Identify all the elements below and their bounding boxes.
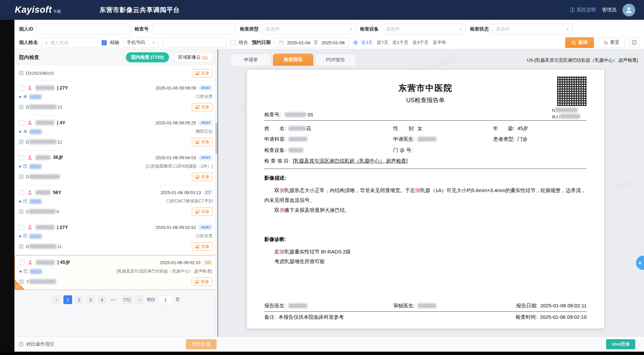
tab-pdf-report[interactable]: PDF报告 (315, 54, 356, 66)
patient-name-group: 病人姓名 (19, 37, 98, 48)
goto-page-input[interactable] (158, 295, 173, 304)
patient-name-input[interactable] (41, 37, 98, 48)
sex-value: 女 (418, 125, 423, 131)
patient-row-1: 姓 名:花 性 别:女 年 龄:45岁 (264, 123, 587, 134)
page-button-3[interactable]: 3 (86, 295, 95, 304)
accession-number: 04 (26, 209, 59, 214)
item-checkbox[interactable] (19, 225, 24, 230)
item-checkbox[interactable] (19, 85, 24, 91)
image-button-label: 图像 (201, 174, 209, 180)
list-item[interactable]: | 27Y 2025-01-06 09:02:52 XRAY 已 口腔全景 D1… (14, 220, 217, 255)
exam-type-group: 检查类型 请选择 (240, 24, 356, 35)
chevron-down-icon (460, 28, 462, 30)
prev-page-button[interactable]: ‹ (52, 295, 61, 304)
list-item[interactable]: 56Y 2025-01-06 09:03:13 CT 已 口腔CBCT锥形束CT… (14, 185, 217, 220)
phone-input[interactable] (163, 37, 226, 48)
search-filter-bar: 病人ID 检查号 检查类型 请选择 检查设备 请选择 (14, 20, 644, 49)
image-button[interactable]: 图像 (192, 103, 213, 111)
status-text: 未 (23, 94, 28, 100)
system-help-link[interactable]: 系统说明 (570, 7, 596, 13)
image-button[interactable]: 图像 (192, 242, 213, 251)
collapse-chevrons-icon: « (638, 259, 641, 266)
list-item-selected[interactable]: | 45岁 2025-01-06 09:02:10 US 已 [乳腺及其引流区淋… (14, 255, 217, 290)
image-button[interactable]: 图像 (192, 173, 213, 181)
report-footer: 报告医生: 审核医生: 报告日期:2025-01-06 09:02:11 备注:… (264, 303, 587, 320)
image-button[interactable]: 图像 (192, 69, 213, 77)
reset-button[interactable]: ↻ 重置 (598, 37, 625, 48)
tab-internal-exams[interactable]: 院内检查 (7720) (126, 52, 169, 62)
image-button-label: 图像 (201, 104, 209, 110)
exam-type-select[interactable]: 请选择 (262, 24, 356, 35)
list-item[interactable]: 36岁 2025-01-06 09:04:03 XRAY 已 [口腔曲面断层,口… (14, 151, 217, 185)
status-select[interactable]: 请选择 (492, 24, 573, 35)
multi-image-icon (16, 285, 19, 288)
list-item[interactable]: | 27Y 2025-01-06 09:06:09 XRAY 未 口腔全景 D1… (14, 81, 217, 116)
next-page-button[interactable]: › (135, 295, 144, 304)
diag-section-title: 影像诊断: (264, 236, 587, 243)
page-button-last[interactable]: 772 (121, 295, 132, 304)
study-datetime: 2025-01-06 09:02:10 (160, 260, 201, 265)
combo-checkbox[interactable] (230, 40, 235, 45)
dept-redacted (288, 137, 307, 141)
date-range-picker[interactable]: 2025-01-04 至 2025-01-06 (275, 37, 349, 48)
study-datetime: 2025-01-06 09:04:03 (156, 155, 196, 160)
ellipsis-icon[interactable]: ••• (109, 295, 119, 304)
search-button[interactable]: 查询 (565, 37, 594, 48)
tab-request-form[interactable]: 申请单 (231, 54, 271, 66)
date-to: 2025-01-06 (322, 40, 345, 45)
tab-regional-cloud[interactable]: 区域影像云 (1) (172, 52, 213, 62)
quick-filter-6m[interactable]: 近半年 (433, 40, 446, 46)
page-button-1[interactable]: 1 (63, 295, 72, 304)
image-button[interactable]: 图像 (192, 278, 212, 286)
study-description: [口腔曲面断层,口腔X线摄影（DR）] (146, 164, 213, 169)
accession-number: D13 (26, 105, 62, 110)
page-button-2[interactable]: 2 (75, 295, 84, 304)
device-select[interactable]: 请选择 (382, 24, 466, 35)
item-checkbox[interactable] (19, 260, 24, 265)
item-checkbox[interactable] (19, 190, 24, 195)
exam-no-input[interactable] (152, 24, 236, 35)
item-checkbox[interactable] (19, 120, 24, 125)
image-button-label: 图像 (201, 209, 209, 215)
reset-icon: ↻ (604, 40, 608, 45)
exact-checkbox[interactable]: ✓ (102, 40, 107, 45)
list-scrollbar[interactable] (215, 49, 218, 337)
patient-avatar-icon (27, 120, 33, 126)
compare-images-button[interactable]: 对比影像 (186, 339, 217, 349)
status-placeholder: 请选择 (496, 26, 509, 32)
scrollbar-thumb[interactable] (215, 123, 218, 154)
quick-filter-1m[interactable]: 近1个月 (392, 40, 409, 46)
image-button[interactable]: 图像 (192, 138, 213, 146)
sex-label: 性 别: (393, 125, 415, 131)
item-checkbox[interactable] (19, 155, 24, 160)
patient-age: | 27Y (57, 85, 68, 91)
quick-filter-3d[interactable]: 近3天 (353, 40, 373, 46)
exam-time-label: 检查时间: (516, 314, 537, 320)
patient-row-3: 检查设备: 门 诊 号: (264, 145, 587, 156)
quick-filter-3m[interactable]: 近3个月 (413, 40, 429, 46)
quick-filter-7d[interactable]: 近7天 (377, 40, 388, 46)
date-label: 预约日期 (252, 40, 271, 46)
web-image-button[interactable]: Web图像 (606, 339, 635, 349)
patient-id-input[interactable] (37, 24, 130, 35)
layout-toggle-button[interactable] (629, 38, 639, 48)
accession-redacted (30, 244, 56, 249)
image-button[interactable]: 图像 (192, 208, 213, 216)
accession-icon (19, 140, 23, 144)
app-window: Kayisoft 卡易 东营市影像云共享调阅平台 系统说明 管理员 病人ID (0, 0, 644, 355)
patient-name-label: 病人姓名 (19, 40, 38, 46)
accession-redacted (30, 174, 60, 179)
compare-guide-link[interactable]: 对比操作指引 (18, 341, 54, 347)
page-button-4[interactable]: 4 (98, 295, 106, 304)
diag-paragraph-1: 左侧乳腺囊实性结节 BI-RADS:2级 (264, 247, 587, 256)
study-list-panel: 院内检查 院内检查 (7720) 区域影像云 (1) DX250106015 图… (14, 49, 218, 337)
status-redacted (30, 269, 42, 274)
patient-name-wrap (41, 37, 98, 48)
tab-exam-report[interactable]: 检查报告 (273, 54, 313, 66)
list-item-partial[interactable]: DX250106015 图像 (14, 65, 217, 81)
list-item[interactable]: | 4Y 2025-01-06 09:05:25 XRAY 未 胸部正位 D12… (14, 116, 217, 151)
avatar[interactable] (623, 4, 635, 16)
logo-text: Kayisoft (15, 5, 52, 15)
phone-field-select[interactable]: 手机号码 (123, 37, 159, 48)
corner-flag (15, 280, 25, 290)
